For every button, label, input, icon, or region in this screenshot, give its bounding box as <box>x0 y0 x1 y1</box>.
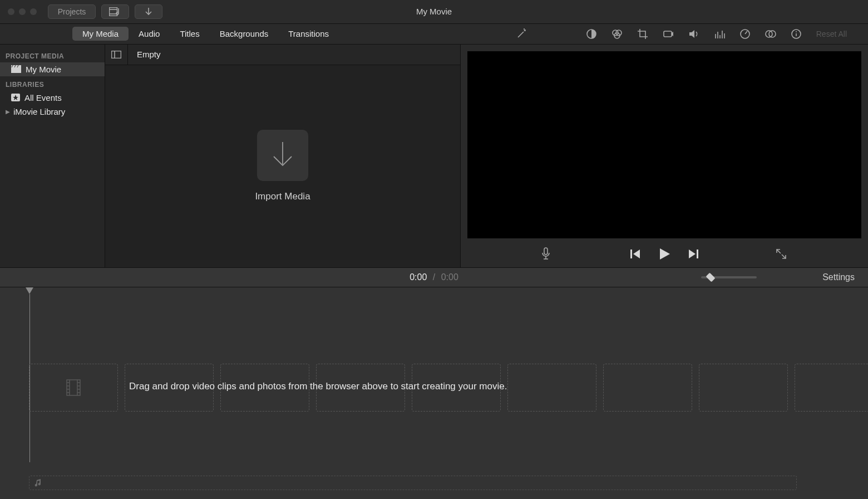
timeline[interactable]: Drag and drop video clips and photos fro… <box>0 287 868 499</box>
svg-line-46 <box>782 255 786 258</box>
timeline-hint: Drag and drop video clips and photos fro… <box>129 381 507 392</box>
crop-icon[interactable] <box>637 28 648 40</box>
music-note-icon <box>34 479 42 487</box>
color-balance-icon[interactable] <box>586 28 597 40</box>
microphone-icon <box>541 247 551 261</box>
media-browser: Empty Import Media <box>105 45 461 267</box>
fullscreen-button[interactable] <box>776 248 787 260</box>
timecode: 0:00 / 0:00 <box>410 272 458 282</box>
sidebar-item-label: All Events <box>24 93 62 102</box>
timeline-zoom-slider[interactable] <box>701 276 757 278</box>
sidebar-item-imovie-library[interactable]: ▶ iMovie Library <box>0 105 105 119</box>
svg-rect-47 <box>67 380 80 395</box>
skip-forward-icon[interactable] <box>688 249 699 259</box>
tab-transitions[interactable]: Transitions <box>278 27 339 41</box>
svg-rect-37 <box>544 248 548 255</box>
toolbar: My Media Audio Titles Backgrounds Transi… <box>0 24 868 45</box>
projects-button[interactable]: Projects <box>48 4 96 19</box>
browser-layout-toggle[interactable] <box>105 45 128 65</box>
svg-marker-41 <box>633 250 640 258</box>
clip-placeholder <box>699 364 788 412</box>
svg-marker-43 <box>689 250 696 258</box>
sidebar-item-label: My Movie <box>26 65 61 74</box>
color-correct-icon[interactable] <box>611 28 623 40</box>
equalizer-icon[interactable] <box>714 28 725 40</box>
clapperboard-icon <box>11 65 21 73</box>
svg-marker-42 <box>660 248 670 260</box>
play-icon[interactable] <box>658 247 671 261</box>
minimize-window-icon[interactable] <box>19 8 26 15</box>
media-library-button[interactable] <box>101 4 129 19</box>
tab-label: Backgrounds <box>220 29 269 38</box>
audio-track[interactable] <box>29 476 797 490</box>
sidebar-item-all-events[interactable]: All Events <box>0 91 105 105</box>
tab-backgrounds[interactable]: Backgrounds <box>210 27 279 41</box>
expand-icon <box>776 248 787 260</box>
sidebar: PROJECT MEDIA My Movie LIBRARIES All Eve… <box>0 45 105 267</box>
enhance-wand-icon[interactable] <box>516 28 527 40</box>
tab-titles[interactable]: Titles <box>170 27 209 41</box>
voiceover-button[interactable] <box>541 247 551 261</box>
slider-knob[interactable] <box>706 273 716 282</box>
speed-icon[interactable] <box>739 28 751 40</box>
clip-placeholder <box>507 364 596 412</box>
settings-button[interactable]: Settings <box>822 272 855 282</box>
sidebar-item-label: iMovie Library <box>13 107 65 116</box>
tab-audio[interactable]: Audio <box>129 27 170 41</box>
timecode-total: 0:00 <box>441 272 458 282</box>
star-box-icon <box>11 94 20 101</box>
svg-point-26 <box>796 31 797 32</box>
svg-rect-34 <box>112 51 121 58</box>
svg-rect-12 <box>664 31 672 37</box>
viewer-canvas <box>467 51 861 238</box>
sidebar-header-libraries: LIBRARIES <box>0 76 105 91</box>
timecode-current: 0:00 <box>410 272 427 282</box>
svg-rect-27 <box>11 67 21 73</box>
reset-all-button[interactable]: Reset All <box>816 30 847 38</box>
import-media-label: Import Media <box>255 191 310 202</box>
disclosure-triangle-icon[interactable]: ▶ <box>6 109 10 115</box>
svg-line-45 <box>777 250 781 253</box>
svg-marker-14 <box>689 30 694 38</box>
svg-line-21 <box>745 31 747 34</box>
import-media-button[interactable] <box>257 130 308 181</box>
adjustment-toolbar: Reset All <box>516 28 849 40</box>
close-window-icon[interactable] <box>8 8 14 15</box>
tab-label: My Media <box>82 29 119 38</box>
browser-status-label: Empty <box>128 50 161 59</box>
info-icon[interactable] <box>791 28 802 40</box>
skip-back-icon[interactable] <box>630 249 641 259</box>
svg-rect-0 <box>110 7 117 16</box>
titlebar: Projects My Movie <box>0 0 868 24</box>
sidebar-layout-icon <box>111 51 121 58</box>
filter-icon[interactable] <box>765 28 776 40</box>
sidebar-item-project[interactable]: My Movie <box>0 62 105 76</box>
import-button[interactable] <box>135 4 162 19</box>
sidebar-header-project-media: PROJECT MEDIA <box>0 48 105 62</box>
clip-placeholder <box>603 364 692 412</box>
svg-line-4 <box>518 32 524 37</box>
filmstrip-icon <box>66 379 81 396</box>
playhead-handle[interactable] <box>26 287 33 294</box>
tab-my-media[interactable]: My Media <box>72 27 129 41</box>
svg-rect-40 <box>630 250 632 258</box>
zoom-window-icon[interactable] <box>30 8 37 15</box>
filmstrip-note-icon <box>109 7 121 16</box>
timebar: 0:00 / 0:00 Settings <box>0 267 868 287</box>
timecode-separator: / <box>430 272 438 282</box>
download-icon <box>144 7 153 16</box>
clip-placeholder <box>795 364 868 412</box>
download-arrow-icon <box>270 141 295 170</box>
tab-label: Transitions <box>288 29 329 38</box>
svg-rect-44 <box>697 250 698 258</box>
tab-label: Audio <box>139 29 160 38</box>
browser-tabs: My Media Audio Titles Backgrounds Transi… <box>72 27 339 41</box>
tab-label: Titles <box>180 29 199 38</box>
stabilize-icon[interactable] <box>663 28 674 40</box>
projects-button-label: Projects <box>58 7 86 16</box>
window-controls <box>8 8 37 15</box>
viewer <box>461 45 868 267</box>
volume-icon[interactable] <box>688 28 699 40</box>
clip-placeholder <box>29 364 118 412</box>
